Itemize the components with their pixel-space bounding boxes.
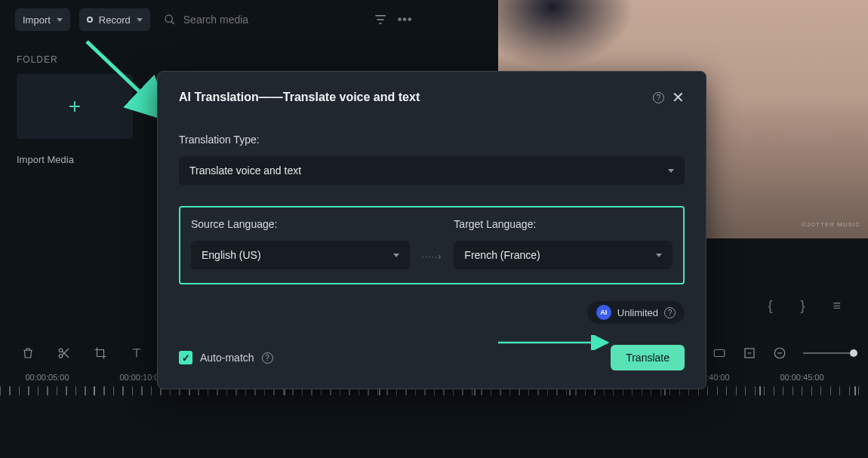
source-language-value: English (US) (202, 249, 261, 261)
translation-type-value: Translate voice and text (189, 164, 301, 177)
ai-badge-icon: AI (596, 305, 611, 320)
chevron-down-icon (393, 254, 399, 257)
direction-arrow-icon: ·····› (422, 251, 442, 269)
chevron-down-icon (668, 169, 674, 173)
help-icon: ? (664, 307, 676, 318)
source-language-select[interactable]: English (US) (191, 241, 410, 269)
target-language-value: French (France) (464, 249, 540, 261)
close-icon[interactable]: ✕ (672, 88, 685, 106)
unlimited-label: Unlimited (617, 307, 658, 318)
translation-type-label: Translation Type: (179, 134, 685, 146)
chevron-down-icon (656, 254, 662, 257)
auto-match-label: Auto-match (200, 352, 254, 364)
language-highlight-box: Source Language: English (US) ·····› Tar… (179, 206, 685, 284)
help-icon[interactable]: ? (653, 92, 664, 103)
translation-type-select[interactable]: Translate voice and text (179, 156, 685, 185)
auto-match-checkbox[interactable]: ✓ (179, 351, 192, 364)
help-icon[interactable]: ? (262, 352, 273, 364)
ai-translation-dialog: AI Translation——Translate voice and text… (157, 71, 706, 389)
translate-button[interactable]: Translate (611, 345, 685, 370)
dialog-title: AI Translation——Translate voice and text (179, 91, 645, 104)
unlimited-pill[interactable]: AI Unlimited ? (587, 301, 685, 324)
source-language-label: Source Language: (191, 218, 410, 230)
target-language-label: Target Language: (454, 218, 673, 230)
target-language-select[interactable]: French (France) (454, 241, 673, 269)
